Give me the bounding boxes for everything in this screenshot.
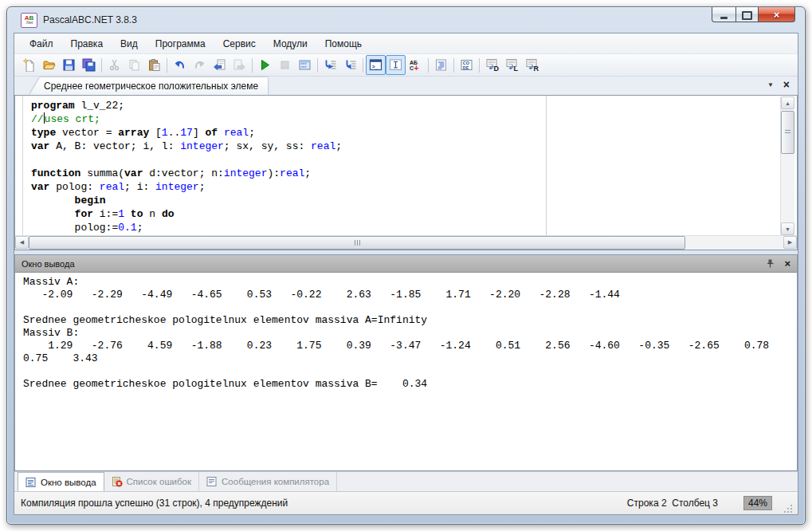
undo-button[interactable] (170, 55, 190, 75)
editor-tab[interactable]: Среднее геометрическое положительных эле… (29, 77, 268, 95)
output-panel: Окно вывода × Massiv A: -2.09 -2.29 -4.4… (14, 254, 798, 471)
toolbar-separator (252, 58, 253, 73)
svg-text:+: + (414, 64, 419, 73)
menu-item-service[interactable]: Сервис (214, 36, 265, 52)
build-button[interactable]: ****** (295, 55, 315, 75)
output-line: Massiv A: (23, 276, 797, 289)
zoom-badge[interactable]: 44% (743, 496, 772, 510)
vertical-scroll-thumb[interactable] (781, 111, 794, 154)
output-body[interactable]: Massiv A: -2.09 -2.29 -4.49 -4.65 0.53 -… (15, 273, 797, 470)
resize-grip[interactable] (783, 503, 793, 513)
tab-output-label: Окно вывода (41, 478, 96, 487)
code-line: program l_v_22; (31, 99, 781, 112)
format-document-button[interactable] (431, 55, 451, 75)
tab-strip: Среднее геометрическое положительных эле… (14, 77, 798, 95)
code-line: //uses crt; (31, 112, 781, 126)
maximize-button[interactable] (736, 7, 759, 22)
console-window-icon: >_ (369, 58, 382, 72)
menu-item-view[interactable]: Вид (112, 36, 147, 52)
outdent-button[interactable] (340, 55, 360, 75)
code-line: function summa(var d:vector; n:integer):… (31, 167, 781, 180)
insert-snippet-d-button[interactable]: D (482, 55, 502, 75)
redo-button[interactable] (190, 55, 210, 75)
output-line: Srednee geometricheskoe pologitelnux ele… (23, 378, 797, 391)
indent-button[interactable] (320, 55, 340, 75)
undo-icon (173, 58, 186, 72)
scroll-right-button[interactable]: ▶ (783, 236, 797, 249)
output-header-controls: × (766, 258, 790, 269)
window-controls: × (712, 7, 795, 22)
horizontal-scroll-thumb[interactable] (29, 236, 685, 250)
svg-text:>_: >_ (372, 64, 379, 69)
minimize-button[interactable] (712, 7, 736, 22)
svg-text:С: С (410, 65, 414, 71)
output-line (23, 365, 797, 378)
scroll-up-button[interactable]: ▲ (781, 96, 794, 109)
output-line: Massiv B: (23, 327, 797, 340)
paste-button[interactable] (144, 55, 164, 75)
save-button[interactable] (59, 55, 79, 75)
menu-item-help[interactable]: Помощь (316, 36, 371, 52)
snippet-r-icon: R (525, 58, 539, 72)
tab-list-dropdown-button[interactable]: ▼ (767, 81, 774, 88)
snippet-d-icon: D (485, 58, 500, 72)
pin-icon[interactable] (766, 258, 775, 269)
title-bar[interactable]: AB .Net PascalABC.NET 3.8.3 × (7, 7, 805, 33)
output-panel-title: Окно вывода (22, 259, 766, 269)
code-line (31, 153, 781, 167)
code-area[interactable]: program l_v_22;//uses crt;type vector = … (15, 96, 781, 236)
save-all-button[interactable] (79, 55, 99, 75)
nav-forward-button[interactable] (229, 55, 249, 75)
app-window: AB .Net PascalABC.NET 3.8.3 × Файл Правк… (6, 6, 806, 525)
code-line: var A, B: vector; i, l: integer; sx, sy,… (31, 140, 781, 153)
bottom-tab-bar: Окно вывода Список ошибок Сообщения комп… (14, 471, 798, 491)
menu-item-edit[interactable]: Правка (62, 36, 112, 52)
text-cursor-icon (389, 58, 402, 72)
svg-text:L: L (513, 65, 518, 72)
menu-item-modules[interactable]: Модули (265, 36, 316, 52)
menu-item-program[interactable]: Программа (147, 36, 214, 52)
insert-snippet-l-button[interactable]: L (502, 55, 522, 75)
menu-item-file[interactable]: Файл (21, 36, 62, 52)
editor-tab-title: Среднее геометрическое положительных эле… (44, 81, 258, 92)
editor-divider (546, 96, 547, 236)
copy-button[interactable] (124, 55, 144, 75)
code-line: for i:=1 to n do (31, 207, 781, 221)
output-panel-header: Окно вывода × (15, 255, 797, 273)
tab-output-window[interactable]: Окно вывода (18, 472, 104, 491)
client-area: Файл Правка Вид Программа Сервис Модули … (14, 33, 798, 515)
editor-horizontal-scrollbar[interactable]: ◀ ▶ (15, 235, 797, 250)
app-icon: AB .Net (21, 13, 37, 28)
editor-vertical-scrollbar[interactable]: ▲ ▼ (780, 96, 794, 235)
tab-compiler-messages[interactable]: Сообщения компилятора (199, 472, 337, 491)
format-list-icon (434, 58, 448, 72)
scroll-down-button[interactable]: ▼ (781, 222, 794, 235)
code-templates-button[interactable]: CODE (457, 55, 477, 75)
output-line (23, 301, 797, 314)
copy-icon (127, 58, 141, 72)
nav-back-button[interactable] (210, 55, 229, 75)
text-mode-toggle-button[interactable] (386, 55, 406, 75)
code-icon: CODE (460, 58, 473, 72)
abc-plus-icon: АБС+ (409, 58, 422, 72)
output-line: 0.75 3.43 (23, 352, 797, 365)
error-list-icon (112, 476, 123, 487)
nav-forward-icon (233, 58, 246, 72)
open-file-button[interactable] (39, 55, 59, 75)
editor-panel: program l_v_22;//uses crt;type vector = … (14, 95, 798, 250)
cut-button[interactable] (104, 55, 124, 75)
stop-button[interactable] (275, 55, 295, 75)
insert-snippet-r-button[interactable]: R (522, 55, 542, 75)
scroll-left-button[interactable]: ◀ (15, 236, 29, 249)
output-line: -2.09 -2.29 -4.49 -4.65 0.53 -0.22 2.63 … (23, 289, 797, 301)
nav-back-icon (213, 58, 226, 72)
close-button[interactable]: × (759, 7, 795, 22)
output-window-toggle-button[interactable]: >_ (366, 55, 386, 75)
run-button[interactable] (255, 55, 275, 75)
toolbar-separator (167, 58, 167, 73)
close-output-button[interactable]: × (784, 259, 790, 268)
tab-error-list[interactable]: Список ошибок (104, 472, 200, 491)
new-file-button[interactable] (19, 55, 39, 75)
code-completion-button[interactable]: АБС+ (406, 55, 426, 75)
close-tab-button[interactable]: × (783, 80, 790, 89)
